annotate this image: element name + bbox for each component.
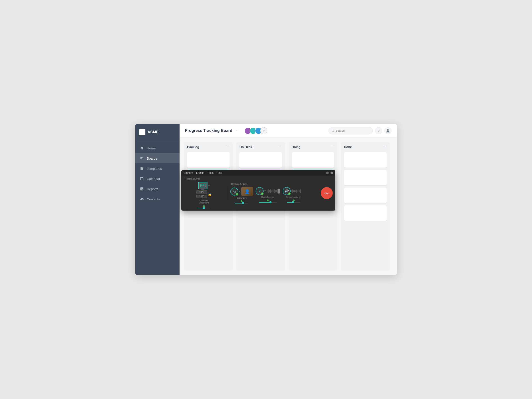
wave-bar <box>293 190 294 192</box>
sidebar-item-calendar-label: Calendar <box>147 177 160 181</box>
dimensions-label: Dimensions <box>199 202 209 204</box>
microphone-button[interactable]: 🎙 ✓ <box>256 187 264 195</box>
backlog-card-1[interactable] <box>187 152 230 168</box>
mic-waveform <box>267 188 280 194</box>
system-audio-button[interactable]: 🔊 ✓ <box>283 187 291 195</box>
recording-area-controls: ▾ 1920 1080 🔒 Screen on <box>196 182 211 208</box>
wave-bar <box>269 190 270 192</box>
minimize-button[interactable] <box>326 171 329 174</box>
dims-row: 1920 1080 🔒 <box>196 190 211 199</box>
column-done-menu[interactable]: ··· <box>383 145 386 149</box>
camera-chevron[interactable]: ▾ <box>239 190 241 193</box>
wave-bar <box>270 189 271 193</box>
done-card-3[interactable] <box>344 188 386 203</box>
column-backlog-menu[interactable]: ··· <box>226 145 230 149</box>
wave-bar <box>267 190 267 192</box>
home-icon <box>140 146 144 150</box>
audio-slider-group <box>287 200 300 203</box>
wave-bar <box>275 190 276 192</box>
boards-icon <box>140 156 144 160</box>
mic-row: 🎙 ✓ ▾ <box>256 187 280 195</box>
mic-slider[interactable] <box>259 202 277 203</box>
column-ondeck-menu[interactable]: ··· <box>279 145 282 149</box>
recorded-inputs-section: Recorded inputs 📷 ✓ ▾ <box>230 183 318 203</box>
camera-face: 👤 <box>241 187 253 196</box>
audio-slider[interactable] <box>287 202 300 203</box>
recording-window-buttons <box>326 171 333 174</box>
wave-bar <box>299 190 300 192</box>
done-card-4[interactable] <box>344 205 386 221</box>
dimensions-boxes: 1920 1080 <box>196 190 207 199</box>
mic-on-label: Microphone on <box>261 196 274 198</box>
mic-check-badge: ✓ <box>261 192 264 195</box>
recording-body: Recording Area <box>181 176 335 211</box>
sidebar: ACME Home Boards <box>135 124 180 275</box>
height-input[interactable]: 1080 <box>196 195 207 198</box>
sidebar-item-contacts[interactable]: Contacts <box>135 194 180 204</box>
done-card-1[interactable] <box>344 152 386 168</box>
wave-bar <box>274 189 275 193</box>
mic-volume-thumb[interactable] <box>278 189 280 194</box>
audio-check-badge: ✓ <box>288 192 291 195</box>
mic-chevron[interactable]: ▾ <box>265 190 266 192</box>
mic-slider-group <box>259 200 277 203</box>
board-menu-button[interactable]: ··· <box>234 128 239 133</box>
doing-card-1[interactable] <box>292 152 334 168</box>
sidebar-item-reports[interactable]: Reports <box>135 184 180 194</box>
screen-icon <box>198 182 208 189</box>
column-backlog-title: Backlog <box>187 145 199 149</box>
search-input[interactable] <box>336 129 370 132</box>
screen-chevron[interactable]: ▾ <box>208 184 210 187</box>
column-backlog-header: Backlog ··· <box>187 145 230 149</box>
camera-control: 📷 ✓ ▾ 👤 Camera on <box>230 187 253 203</box>
wave-bar <box>292 189 293 193</box>
screen-stand <box>201 189 204 190</box>
sidebar-nav: Home Boards Templates <box>135 140 180 207</box>
sidebar-item-templates[interactable]: Templates <box>135 163 180 174</box>
column-done-header: Done ··· <box>344 145 386 149</box>
system-audio-label: System audio on <box>286 196 301 198</box>
wave-bar <box>297 190 298 192</box>
app-window: ACME Home Boards <box>135 124 397 275</box>
sidebar-item-calendar[interactable]: Calendar <box>135 174 180 184</box>
camera-slider-group <box>235 200 248 203</box>
screen-slider[interactable] <box>197 208 211 208</box>
width-input[interactable]: 1920 <box>196 190 207 194</box>
divider-1 <box>227 186 227 200</box>
camera-row: 📷 ✓ ▾ 👤 <box>230 187 253 196</box>
wave-bar <box>271 190 272 192</box>
screen-slider-thumb <box>203 207 205 209</box>
camera-preview: 👤 <box>241 187 253 196</box>
sidebar-logo: ACME <box>135 124 180 140</box>
camera-button[interactable]: 📷 ✓ <box>230 188 238 196</box>
help-button[interactable]: ? <box>375 127 382 134</box>
camera-slider[interactable] <box>235 203 248 203</box>
ondeck-card-1[interactable] <box>239 152 282 168</box>
camera-icon: 📷 <box>233 190 236 193</box>
add-member-button[interactable]: + <box>260 127 267 134</box>
rec-button[interactable]: rec <box>321 187 333 199</box>
sidebar-item-boards[interactable]: Boards <box>135 153 180 163</box>
help-menu-item[interactable]: Help <box>216 171 222 174</box>
tools-menu-item[interactable]: Tools <box>207 171 214 174</box>
sidebar-item-contacts-label: Contacts <box>147 197 160 201</box>
effects-menu-item[interactable]: Effects <box>196 171 204 174</box>
svg-rect-0 <box>200 184 205 187</box>
system-audio-control: 🔊 ✓ <box>283 187 305 203</box>
close-button[interactable] <box>330 171 333 174</box>
calendar-icon <box>140 177 144 181</box>
column-done: Done ··· <box>341 142 390 270</box>
wave-bar <box>273 189 273 193</box>
logo-box <box>139 129 146 135</box>
sidebar-item-home[interactable]: Home <box>135 143 180 153</box>
search-bar[interactable] <box>329 127 373 134</box>
wave-bar <box>273 190 274 192</box>
microphone-icon: 🎙 <box>258 189 261 193</box>
screen-control: ▾ 1920 1080 🔒 Screen on <box>196 182 211 208</box>
screen-slider-group <box>197 205 211 208</box>
done-card-2[interactable] <box>344 170 386 185</box>
column-doing-menu[interactable]: ··· <box>331 145 334 149</box>
board-area: Backlog ··· On-Deck ··· <box>180 137 397 275</box>
user-avatar-button[interactable] <box>384 127 392 134</box>
capture-menu-item[interactable]: Capture <box>184 171 193 174</box>
